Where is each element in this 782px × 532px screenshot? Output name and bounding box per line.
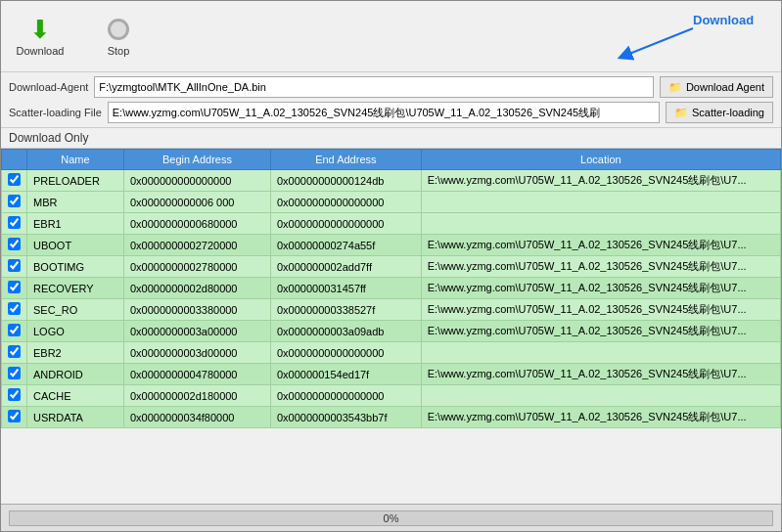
cell-end: 0x000000031457ff <box>270 278 421 299</box>
cell-name: EBR2 <box>27 342 124 364</box>
col-location: Location <box>421 150 780 170</box>
cell-name: MBR <box>27 192 124 213</box>
row-checkbox[interactable] <box>8 302 21 315</box>
cell-begin: 0x0000000003a00000 <box>123 321 270 342</box>
cell-location <box>421 385 780 407</box>
table-row: LOGO0x0000000003a000000x0000000003a09adb… <box>2 321 781 342</box>
partition-table-container: Name Begin Address End Address Location … <box>1 149 781 504</box>
download-agent-input[interactable] <box>94 76 654 98</box>
svg-text:Download: Download <box>693 13 754 27</box>
download-only-label: Download Only <box>9 131 88 145</box>
scatter-folder-icon: 📁 <box>674 107 688 119</box>
cell-name: PRELOADER <box>27 170 124 192</box>
annotation-arrow: Download <box>615 7 771 66</box>
cell-location: E:\www.yzmg.com\U705W_11_A.02_130526_SVN… <box>421 407 780 428</box>
col-end: End Address <box>270 150 421 170</box>
cell-begin: 0x000000000000000 <box>123 170 270 192</box>
stop-button[interactable]: Stop <box>89 16 148 57</box>
row-checkbox[interactable] <box>8 281 21 293</box>
cell-end: 0x000000002add7ff <box>270 256 421 278</box>
cell-name: RECOVERY <box>27 278 124 299</box>
cell-end: 0x0000000000000000 <box>270 213 421 235</box>
cell-begin: 0x000000002d180000 <box>123 385 270 407</box>
col-name: Name <box>27 150 124 170</box>
cell-location: E:\www.yzmg.com\U705W_11_A.02_130526_SVN… <box>421 170 780 192</box>
folder-icon: 📁 <box>668 81 682 94</box>
cell-location <box>421 192 780 213</box>
cell-name: BOOTIMG <box>27 256 124 278</box>
table-row: RECOVERY0x0000000002d800000x000000031457… <box>2 278 781 299</box>
cell-begin: 0x0000000002720000 <box>123 235 270 256</box>
cell-name: UBOOT <box>27 235 124 256</box>
cell-location: E:\www.yzmg.com\U705W_11_A.02_130526_SVN… <box>421 235 780 256</box>
cell-end: 0x00000000274a55f <box>270 235 421 256</box>
cell-end: 0x0000000000000000 <box>270 385 421 407</box>
stop-label: Stop <box>108 45 130 57</box>
cell-name: LOGO <box>27 321 124 342</box>
col-checkbox <box>2 150 27 170</box>
progress-bar: 0% <box>9 510 773 526</box>
download-icon: ⬇ <box>26 16 54 43</box>
row-checkbox[interactable] <box>8 345 21 358</box>
cell-name: ANDROID <box>27 364 124 385</box>
cell-location: E:\www.yzmg.com\U705W_11_A.02_130526_SVN… <box>421 364 780 385</box>
download-only-row: Download Only <box>1 128 781 149</box>
cell-end: 0x000000154ed17f <box>270 364 421 385</box>
cell-begin: 0x0000000003380000 <box>123 299 270 321</box>
download-label: Download <box>17 45 65 57</box>
row-checkbox[interactable] <box>8 259 21 272</box>
scatter-loading-row: Scatter-loading File 📁 Scatter-loading <box>9 102 773 123</box>
row-checkbox[interactable] <box>8 173 21 186</box>
row-checkbox[interactable] <box>8 367 21 379</box>
scatter-loading-button[interactable]: 📁 Scatter-loading <box>666 102 773 123</box>
cell-begin: 0x0000000034f80000 <box>123 407 270 428</box>
table-row: PRELOADER0x0000000000000000x000000000001… <box>2 170 781 192</box>
table-row: MBR0x000000000006 0000x0000000000000000 <box>2 192 781 213</box>
download-agent-row: Download-Agent 📁 Download Agent <box>9 76 773 98</box>
download-agent-btn-label: Download Agent <box>686 81 764 93</box>
table-row: UBOOT0x00000000027200000x00000000274a55f… <box>2 235 781 256</box>
download-button[interactable]: ⬇ Download <box>11 16 69 57</box>
table-row: SEC_RO0x00000000033800000x00000000338527… <box>2 299 781 321</box>
cell-name: EBR1 <box>27 213 124 235</box>
cell-location: E:\www.yzmg.com\U705W_11_A.02_130526_SVN… <box>421 299 780 321</box>
cell-begin: 0x0000000002d80000 <box>123 278 270 299</box>
table-row: EBR20x0000000003d000000x0000000000000000 <box>2 342 781 364</box>
cell-location <box>421 213 780 235</box>
cell-end: 0x0000000000000000 <box>270 342 421 364</box>
row-checkbox[interactable] <box>8 238 21 250</box>
table-row: ANDROID0x00000000047800000x000000154ed17… <box>2 364 781 385</box>
cell-location: E:\www.yzmg.com\U705W_11_A.02_130526_SVN… <box>421 256 780 278</box>
svg-line-1 <box>624 28 693 56</box>
status-bar: 0% <box>1 504 781 531</box>
row-checkbox[interactable] <box>8 216 21 229</box>
download-agent-label: Download-Agent <box>9 81 88 93</box>
row-checkbox[interactable] <box>8 195 21 207</box>
table-header-row: Name Begin Address End Address Location <box>2 150 781 170</box>
download-agent-button[interactable]: 📁 Download Agent <box>660 76 773 98</box>
row-checkbox[interactable] <box>8 410 21 422</box>
table-row: BOOTIMG0x00000000027800000x000000002add7… <box>2 256 781 278</box>
main-window: ⬇ Download Stop Download <box>0 0 782 532</box>
cell-end: 0x00000000338527f <box>270 299 421 321</box>
scatter-loading-input[interactable] <box>108 102 660 123</box>
progress-text: 0% <box>384 512 399 524</box>
cell-begin: 0x0000000000680000 <box>123 213 270 235</box>
cell-location <box>421 342 780 364</box>
col-begin: Begin Address <box>123 150 270 170</box>
cell-location: E:\www.yzmg.com\U705W_11_A.02_130526_SVN… <box>421 321 780 342</box>
table-row: USRDATA0x0000000034f800000x0000000003543… <box>2 407 781 428</box>
table-row: EBR10x00000000006800000x0000000000000000 <box>2 213 781 235</box>
cell-begin: 0x0000000003d00000 <box>123 342 270 364</box>
cell-end: 0x0000000003543bb7f <box>270 407 421 428</box>
table-row: CACHE0x000000002d1800000x000000000000000… <box>2 385 781 407</box>
cell-end: 0x0000000003a09adb <box>270 321 421 342</box>
form-area: Download-Agent 📁 Download Agent Scatter-… <box>1 72 781 128</box>
cell-end: 0x00000000000124db <box>270 170 421 192</box>
row-checkbox[interactable] <box>8 388 21 401</box>
cell-name: USRDATA <box>27 407 124 428</box>
scatter-loading-label: Scatter-loading File <box>9 107 102 118</box>
row-checkbox[interactable] <box>8 324 21 336</box>
scatter-loading-btn-label: Scatter-loading <box>692 107 764 118</box>
cell-end: 0x0000000000000000 <box>270 192 421 213</box>
